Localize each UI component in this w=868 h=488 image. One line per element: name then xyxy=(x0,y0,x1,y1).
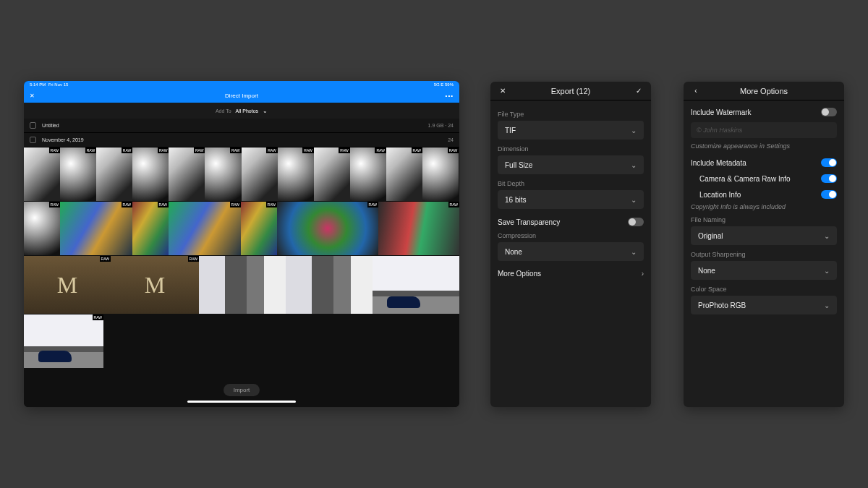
thumbnail[interactable]: RAW xyxy=(386,147,422,201)
camera-info-toggle[interactable] xyxy=(821,174,837,183)
more-options-row[interactable]: More Options › xyxy=(498,261,644,278)
raw-badge: RAW xyxy=(194,147,205,153)
export-panel: ✕ Export (12) ✓ File Type TIF ⌄ Dimensio… xyxy=(490,82,651,407)
include-watermark-toggle[interactable] xyxy=(821,108,837,116)
thumbnail[interactable]: RAW xyxy=(277,202,378,255)
thumbnail[interactable]: RAW xyxy=(24,314,103,368)
raw-badge: RAW xyxy=(49,202,60,207)
close-icon[interactable]: ✕ xyxy=(498,87,508,95)
raw-badge: RAW xyxy=(158,147,169,153)
raw-badge: RAW xyxy=(302,147,313,153)
chevron-down-icon: ⌄ xyxy=(631,127,637,134)
file-type-label: File Type xyxy=(498,111,644,118)
raw-badge: RAW xyxy=(230,147,241,153)
thumbnail[interactable] xyxy=(373,256,459,314)
output-sharpening-value: None xyxy=(698,267,715,275)
color-space-value: ProPhoto RGB xyxy=(698,301,746,309)
chevron-down-icon: ⌄ xyxy=(631,248,637,256)
close-icon[interactable]: ✕ xyxy=(30,93,35,99)
more-options-body: Include Watermark © John Haskins Customi… xyxy=(684,100,844,322)
thumbnail[interactable]: RAW xyxy=(314,147,350,201)
raw-badge: RAW xyxy=(448,147,459,153)
thumbnail[interactable]: RAW xyxy=(422,147,459,201)
file-naming-value: Original xyxy=(698,232,723,240)
thumbnail[interactable] xyxy=(199,256,286,314)
thumbnail[interactable]: RAW xyxy=(242,147,278,201)
thumbnail[interactable]: RAW xyxy=(24,202,60,255)
file-type-select[interactable]: TIF ⌄ xyxy=(498,121,644,140)
chevron-down-icon: ⌄ xyxy=(824,267,830,275)
raw-badge: RAW xyxy=(230,202,241,207)
output-sharpening-label: Output Sharpening xyxy=(691,251,837,258)
output-sharpening-select[interactable]: None ⌄ xyxy=(691,261,837,280)
file-type-value: TIF xyxy=(505,127,516,134)
chevron-down-icon: ⌄ xyxy=(824,301,830,309)
thumbnail[interactable]: RAW xyxy=(96,147,132,201)
more-options-title: More Options xyxy=(701,87,827,95)
bitdepth-select[interactable]: 16 bits ⌄ xyxy=(498,190,644,209)
location-info-row: Location Info xyxy=(691,190,837,199)
checkbox[interactable] xyxy=(30,122,36,129)
add-to-label: Add To xyxy=(216,108,231,114)
import-button[interactable]: Import xyxy=(224,384,260,396)
color-space-label: Color Space xyxy=(691,286,837,293)
save-transparency-label: Save Transparency xyxy=(498,218,628,226)
thumb-row: RAW RAW xyxy=(24,256,459,314)
album-row-untitled[interactable]: Untitled 1.9 GB · 24 xyxy=(24,119,459,133)
dimension-value: Full Size xyxy=(505,161,532,169)
include-metadata-row: Include Metadata xyxy=(691,158,837,167)
thumbnail[interactable]: RAW xyxy=(169,202,241,255)
thumbnail[interactable]: RAW xyxy=(278,147,314,201)
more-icon[interactable]: ••• xyxy=(446,93,454,99)
album-row-date[interactable]: November 4, 2019 24 xyxy=(24,133,459,147)
raw-badge: RAW xyxy=(122,202,132,207)
chevron-down-icon: ⌄ xyxy=(263,108,268,114)
include-watermark-label: Include Watermark xyxy=(691,108,821,116)
thumbnail[interactable]: RAW xyxy=(24,147,60,201)
include-metadata-toggle[interactable] xyxy=(821,158,837,167)
checkbox[interactable] xyxy=(30,137,36,143)
compression-value: None xyxy=(505,248,522,256)
save-transparency-toggle[interactable] xyxy=(628,218,644,226)
raw-badge: RAW xyxy=(100,256,111,262)
thumbnail[interactable]: RAW xyxy=(132,202,169,255)
location-info-toggle[interactable] xyxy=(821,190,837,199)
photo-grid: RAW RAW RAW RAW RAW RAW RAW RAW RAW RAW … xyxy=(24,147,459,407)
camera-info-label: Camera & Camera Raw Info xyxy=(699,175,821,183)
thumbnail[interactable]: RAW xyxy=(132,147,169,201)
color-space-select[interactable]: ProPhoto RGB ⌄ xyxy=(691,296,837,314)
thumbnail[interactable]: RAW xyxy=(60,147,96,201)
copyright-hint: Copyright Info is always included xyxy=(691,203,837,210)
thumbnail[interactable] xyxy=(286,256,373,314)
compression-select[interactable]: None ⌄ xyxy=(498,242,644,261)
add-to-selector[interactable]: Add To All Photos ⌄ xyxy=(24,103,459,119)
compression-label: Compression xyxy=(498,232,644,239)
thumbnail[interactable]: RAW xyxy=(378,202,459,255)
album-meta: 24 xyxy=(448,137,454,142)
raw-badge: RAW xyxy=(158,202,169,207)
include-metadata-label: Include Metadata xyxy=(691,159,821,167)
chevron-right-icon: › xyxy=(642,270,644,278)
thumbnail[interactable]: RAW xyxy=(205,147,241,201)
dimension-select[interactable]: Full Size ⌄ xyxy=(498,155,644,174)
thumbnail[interactable]: RAW xyxy=(241,202,277,255)
thumbnail[interactable]: RAW xyxy=(169,147,205,201)
thumbnail[interactable]: RAW xyxy=(60,202,132,255)
thumbnail[interactable]: RAW xyxy=(350,147,386,201)
file-naming-label: File Naming xyxy=(691,216,837,223)
thumbnail[interactable]: RAW xyxy=(111,256,199,314)
back-icon[interactable]: ‹ xyxy=(691,87,701,95)
more-options-panel: ‹ More Options Include Watermark © John … xyxy=(684,82,844,407)
bitdepth-label: Bit Depth xyxy=(498,180,644,187)
watermark-field[interactable]: © John Haskins xyxy=(691,122,837,138)
confirm-icon[interactable]: ✓ xyxy=(634,87,644,95)
bottom-bar: Import xyxy=(187,384,296,403)
raw-badge: RAW xyxy=(266,202,277,207)
thumb-row: RAW RAW RAW RAW RAW RAW RAW xyxy=(24,202,459,255)
export-title: Export (12) xyxy=(508,87,634,95)
file-naming-select[interactable]: Original ⌄ xyxy=(691,226,837,245)
thumb-row: RAW xyxy=(24,314,459,368)
thumbnail[interactable]: RAW xyxy=(24,256,111,314)
raw-badge: RAW xyxy=(448,202,459,207)
export-header: ✕ Export (12) ✓ xyxy=(490,82,651,100)
